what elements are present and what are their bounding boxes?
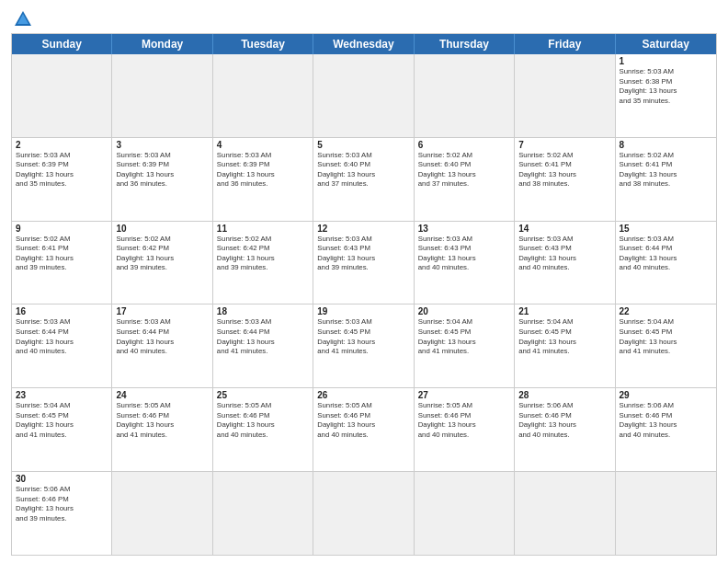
logo bbox=[11, 9, 35, 29]
calendar-row-5: 23Sunrise: 5:04 AM Sunset: 6:45 PM Dayli… bbox=[12, 388, 716, 472]
cell-info: Sunrise: 5:06 AM Sunset: 6:46 PM Dayligh… bbox=[518, 401, 610, 440]
calendar-cell: 24Sunrise: 5:05 AM Sunset: 6:46 PM Dayli… bbox=[112, 388, 212, 471]
cell-info: Sunrise: 5:03 AM Sunset: 6:44 PM Dayligh… bbox=[116, 317, 208, 356]
day-number: 4 bbox=[217, 140, 309, 150]
day-number: 30 bbox=[16, 474, 108, 484]
calendar-cell: 12Sunrise: 5:03 AM Sunset: 6:43 PM Dayli… bbox=[313, 222, 414, 304]
day-number: 28 bbox=[518, 390, 610, 400]
cell-info: Sunrise: 5:03 AM Sunset: 6:40 PM Dayligh… bbox=[317, 151, 409, 190]
cell-info: Sunrise: 5:02 AM Sunset: 6:42 PM Dayligh… bbox=[217, 235, 309, 273]
calendar-cell: 14Sunrise: 5:03 AM Sunset: 6:43 PM Dayli… bbox=[515, 222, 615, 304]
calendar-cell: 3Sunrise: 5:03 AM Sunset: 6:39 PM Daylig… bbox=[112, 138, 212, 221]
calendar-cell: 17Sunrise: 5:03 AM Sunset: 6:44 PM Dayli… bbox=[112, 304, 212, 387]
calendar-row-4: 16Sunrise: 5:03 AM Sunset: 6:44 PM Dayli… bbox=[12, 304, 716, 388]
calendar-cell: 23Sunrise: 5:04 AM Sunset: 6:45 PM Dayli… bbox=[12, 388, 112, 471]
day-number: 29 bbox=[620, 390, 712, 400]
calendar-cell: 18Sunrise: 5:03 AM Sunset: 6:44 PM Dayli… bbox=[213, 304, 313, 387]
cell-info: Sunrise: 5:02 AM Sunset: 6:42 PM Dayligh… bbox=[116, 235, 208, 273]
day-number: 10 bbox=[116, 224, 208, 234]
cell-info: Sunrise: 5:03 AM Sunset: 6:43 PM Dayligh… bbox=[418, 235, 510, 273]
cell-info: Sunrise: 5:04 AM Sunset: 6:45 PM Dayligh… bbox=[16, 401, 108, 440]
day-number: 12 bbox=[317, 224, 409, 234]
day-number: 23 bbox=[16, 390, 108, 400]
cell-info: Sunrise: 5:02 AM Sunset: 6:41 PM Dayligh… bbox=[620, 151, 712, 190]
cell-info: Sunrise: 5:02 AM Sunset: 6:40 PM Dayligh… bbox=[418, 151, 510, 190]
logo-area bbox=[11, 9, 51, 28]
calendar: SundayMondayTuesdayWednesdayThursdayFrid… bbox=[11, 33, 717, 556]
header bbox=[11, 9, 717, 28]
calendar-cell bbox=[616, 472, 716, 555]
calendar-row-1: 1Sunrise: 5:03 AM Sunset: 6:38 PM Daylig… bbox=[12, 54, 716, 138]
day-number: 27 bbox=[418, 390, 510, 400]
calendar-cell: 15Sunrise: 5:03 AM Sunset: 6:44 PM Dayli… bbox=[616, 222, 716, 304]
cell-info: Sunrise: 5:02 AM Sunset: 6:41 PM Dayligh… bbox=[16, 235, 108, 273]
weekday-header-sunday: Sunday bbox=[12, 34, 112, 54]
weekday-header-wednesday: Wednesday bbox=[313, 34, 414, 54]
weekday-header-saturday: Saturday bbox=[616, 34, 716, 54]
page: SundayMondayTuesdayWednesdayThursdayFrid… bbox=[0, 0, 728, 563]
calendar-cell: 10Sunrise: 5:02 AM Sunset: 6:42 PM Dayli… bbox=[112, 222, 212, 304]
day-number: 18 bbox=[217, 306, 309, 316]
day-number: 21 bbox=[518, 306, 610, 316]
calendar-cell: 22Sunrise: 5:04 AM Sunset: 6:45 PM Dayli… bbox=[616, 304, 716, 387]
weekday-header-monday: Monday bbox=[112, 34, 212, 54]
cell-info: Sunrise: 5:02 AM Sunset: 6:41 PM Dayligh… bbox=[518, 151, 610, 190]
weekday-header-tuesday: Tuesday bbox=[213, 34, 313, 54]
calendar-cell: 21Sunrise: 5:04 AM Sunset: 6:45 PM Dayli… bbox=[515, 304, 615, 387]
calendar-cell bbox=[213, 54, 313, 137]
cell-info: Sunrise: 5:05 AM Sunset: 6:46 PM Dayligh… bbox=[217, 401, 309, 440]
calendar-cell: 20Sunrise: 5:04 AM Sunset: 6:45 PM Dayli… bbox=[415, 304, 515, 387]
day-number: 6 bbox=[418, 140, 510, 150]
cell-info: Sunrise: 5:05 AM Sunset: 6:46 PM Dayligh… bbox=[317, 401, 409, 440]
calendar-cell: 9Sunrise: 5:02 AM Sunset: 6:41 PM Daylig… bbox=[12, 222, 112, 304]
cell-info: Sunrise: 5:04 AM Sunset: 6:45 PM Dayligh… bbox=[620, 317, 712, 356]
cell-info: Sunrise: 5:03 AM Sunset: 6:43 PM Dayligh… bbox=[317, 235, 409, 273]
cell-info: Sunrise: 5:03 AM Sunset: 6:43 PM Dayligh… bbox=[518, 235, 610, 273]
cell-info: Sunrise: 5:04 AM Sunset: 6:45 PM Dayligh… bbox=[418, 317, 510, 356]
day-number: 5 bbox=[317, 140, 409, 150]
calendar-cell: 11Sunrise: 5:02 AM Sunset: 6:42 PM Dayli… bbox=[213, 222, 313, 304]
day-number: 9 bbox=[16, 224, 108, 234]
calendar-cell: 26Sunrise: 5:05 AM Sunset: 6:46 PM Dayli… bbox=[313, 388, 414, 471]
calendar-cell: 8Sunrise: 5:02 AM Sunset: 6:41 PM Daylig… bbox=[616, 138, 716, 221]
calendar-row-6: 30Sunrise: 5:06 AM Sunset: 6:46 PM Dayli… bbox=[12, 472, 716, 555]
calendar-cell bbox=[415, 472, 515, 555]
calendar-cell: 7Sunrise: 5:02 AM Sunset: 6:41 PM Daylig… bbox=[515, 138, 615, 221]
day-number: 19 bbox=[317, 306, 409, 316]
cell-info: Sunrise: 5:03 AM Sunset: 6:45 PM Dayligh… bbox=[317, 317, 409, 356]
calendar-cell bbox=[313, 54, 414, 137]
calendar-row-3: 9Sunrise: 5:02 AM Sunset: 6:41 PM Daylig… bbox=[12, 222, 716, 305]
calendar-row-2: 2Sunrise: 5:03 AM Sunset: 6:39 PM Daylig… bbox=[12, 138, 716, 222]
day-number: 22 bbox=[620, 306, 712, 316]
day-number: 13 bbox=[418, 224, 510, 234]
calendar-header: SundayMondayTuesdayWednesdayThursdayFrid… bbox=[12, 34, 716, 54]
weekday-header-thursday: Thursday bbox=[415, 34, 515, 54]
day-number: 11 bbox=[217, 224, 309, 234]
calendar-cell bbox=[112, 54, 212, 137]
calendar-cell bbox=[415, 54, 515, 137]
calendar-cell bbox=[12, 54, 112, 137]
calendar-cell: 25Sunrise: 5:05 AM Sunset: 6:46 PM Dayli… bbox=[213, 388, 313, 471]
day-number: 3 bbox=[116, 140, 208, 150]
calendar-cell bbox=[213, 472, 313, 555]
day-number: 24 bbox=[116, 390, 208, 400]
day-number: 2 bbox=[16, 140, 108, 150]
calendar-cell: 27Sunrise: 5:05 AM Sunset: 6:46 PM Dayli… bbox=[415, 388, 515, 471]
cell-info: Sunrise: 5:05 AM Sunset: 6:46 PM Dayligh… bbox=[418, 401, 510, 440]
calendar-body: 1Sunrise: 5:03 AM Sunset: 6:38 PM Daylig… bbox=[12, 54, 716, 555]
calendar-cell bbox=[515, 54, 615, 137]
calendar-cell bbox=[313, 472, 414, 555]
day-number: 7 bbox=[518, 140, 610, 150]
day-number: 14 bbox=[518, 224, 610, 234]
calendar-cell: 16Sunrise: 5:03 AM Sunset: 6:44 PM Dayli… bbox=[12, 304, 112, 387]
calendar-cell: 13Sunrise: 5:03 AM Sunset: 6:43 PM Dayli… bbox=[415, 222, 515, 304]
day-number: 1 bbox=[620, 56, 712, 66]
calendar-cell: 30Sunrise: 5:06 AM Sunset: 6:46 PM Dayli… bbox=[12, 472, 112, 555]
cell-info: Sunrise: 5:03 AM Sunset: 6:44 PM Dayligh… bbox=[217, 317, 309, 356]
day-number: 16 bbox=[16, 306, 108, 316]
cell-info: Sunrise: 5:03 AM Sunset: 6:44 PM Dayligh… bbox=[620, 235, 712, 273]
calendar-cell: 4Sunrise: 5:03 AM Sunset: 6:39 PM Daylig… bbox=[213, 138, 313, 221]
calendar-cell bbox=[515, 472, 615, 555]
day-number: 8 bbox=[620, 140, 712, 150]
calendar-cell: 28Sunrise: 5:06 AM Sunset: 6:46 PM Dayli… bbox=[515, 388, 615, 471]
